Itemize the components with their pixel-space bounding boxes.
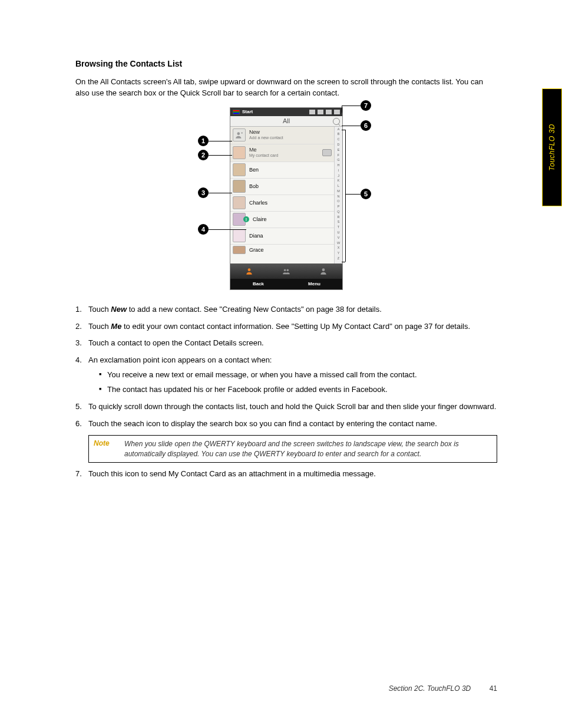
softkey-menu[interactable]: Menu: [286, 279, 342, 289]
list-item: 3.Touch a contact to open the Contact De…: [75, 338, 497, 349]
leader-line: [342, 262, 345, 262]
contact-row[interactable]: !Claire: [230, 212, 334, 228]
avatar-icon: [233, 229, 246, 242]
section-heading: Browsing the Contacts List: [75, 59, 497, 68]
contact-row[interactable]: Grace: [230, 245, 334, 255]
list-item: 5.To quickly scroll down through the con…: [75, 401, 497, 413]
callout-1: 1: [198, 136, 209, 146]
callout-4: 4: [198, 224, 209, 235]
callout-5: 5: [361, 189, 371, 199]
svg-point-2: [284, 269, 286, 271]
battery-icon: [326, 110, 332, 114]
phone-status-bar: Start: [230, 108, 342, 116]
manual-page: TouchFLO 3D Browsing the Contacts List O…: [0, 0, 562, 728]
callout-6: 6: [361, 120, 371, 131]
callout-3: 3: [198, 187, 209, 198]
svg-point-1: [247, 268, 250, 271]
avatar-icon: [233, 163, 246, 176]
contact-row[interactable]: Diana: [230, 228, 334, 245]
search-icon[interactable]: [333, 118, 340, 125]
softkey-back[interactable]: Back: [230, 279, 286, 289]
avatar-icon: [233, 146, 246, 159]
callout-2: 2: [198, 150, 209, 160]
list-item: 7.Touch this icon to send My Contact Car…: [75, 469, 497, 480]
callout-7: 7: [361, 100, 371, 111]
page-footer: Section 2C. TouchFLO 3D 41: [389, 684, 497, 693]
leader-line: [342, 126, 361, 126]
avatar-icon: [233, 196, 246, 209]
intro-paragraph: On the All Contacts screen's All tab, sw…: [75, 77, 497, 99]
note-text: When you slide open the QWERTY keyboard …: [124, 439, 492, 458]
svg-point-3: [287, 269, 289, 271]
volume-icon: [318, 110, 323, 114]
tab-updates-icon[interactable]: [305, 263, 342, 279]
phone-tab-header: All: [230, 116, 342, 127]
sub-list-item: The contact has updated his or her Faceb…: [99, 384, 497, 396]
thumb-tab-label: TouchFLO 3D: [548, 124, 556, 171]
leader-line: [345, 194, 361, 195]
leader-line: [342, 106, 342, 113]
instruction-list: 1.Touch New to add a new contact. See "C…: [75, 304, 497, 430]
leader-line: [209, 229, 246, 230]
leader-line: [342, 130, 345, 130]
send-card-icon[interactable]: [334, 110, 340, 114]
leader-line: [209, 141, 232, 141]
row-new[interactable]: NewAdd a new contact: [230, 127, 334, 144]
figure: Start All NewAdd a new contact: [75, 107, 497, 290]
start-label: Start: [242, 109, 253, 114]
list-item: 2.Touch Me to edit your own contact cont…: [75, 321, 497, 332]
thumb-tab: TouchFLO 3D: [542, 88, 562, 206]
footer-page-number: 41: [490, 684, 497, 693]
phone-softkeys: Back Menu: [230, 279, 342, 289]
instruction-list-cont: 7.Touch this icon to send My Contact Car…: [75, 469, 497, 480]
leader-line: [209, 193, 232, 193]
svg-point-0: [237, 133, 240, 136]
phone-bottom-tabs: [230, 263, 342, 279]
leader-line: [345, 130, 346, 262]
note-box: Note When you slide open the QWERTY keyb…: [88, 435, 497, 462]
list-item: 6.Touch the seach icon to display the se…: [75, 419, 497, 430]
add-contact-icon: [233, 129, 246, 141]
windows-flag-icon: [233, 110, 240, 114]
leader-line: [209, 155, 232, 156]
avatar-icon: [233, 246, 246, 254]
phone-screenshot: Start All NewAdd a new contact: [230, 107, 343, 290]
vcard-icon: [322, 149, 332, 156]
quick-scroll-bar[interactable]: ABCDEFGHIJKLMNOPQRSTUVWXYZ: [334, 127, 342, 263]
leader-line: [342, 106, 361, 106]
list-item: 1.Touch New to add a new contact. See "C…: [75, 304, 497, 315]
contact-row[interactable]: Bob: [230, 179, 334, 195]
avatar-icon: [233, 180, 246, 193]
tab-people-icon[interactable]: [230, 263, 267, 279]
row-me[interactable]: MeMy contact card: [230, 144, 334, 162]
sub-list-item: You receive a new text or email message,…: [99, 370, 497, 381]
footer-section: Section 2C. TouchFLO 3D: [389, 684, 471, 693]
svg-point-4: [322, 268, 325, 271]
contacts-list[interactable]: NewAdd a new contact MeMy contact card B…: [230, 127, 334, 263]
phone-tab-title: All: [283, 117, 290, 124]
tab-groups-icon[interactable]: [267, 263, 305, 279]
contact-row[interactable]: Charles: [230, 195, 334, 212]
exclamation-icon: !: [243, 216, 249, 222]
contact-row[interactable]: Ben: [230, 162, 334, 179]
signal-icon: [309, 110, 315, 114]
list-item: 4.An exclamation point icon appears on a…: [75, 355, 497, 396]
note-label: Note: [94, 439, 115, 458]
